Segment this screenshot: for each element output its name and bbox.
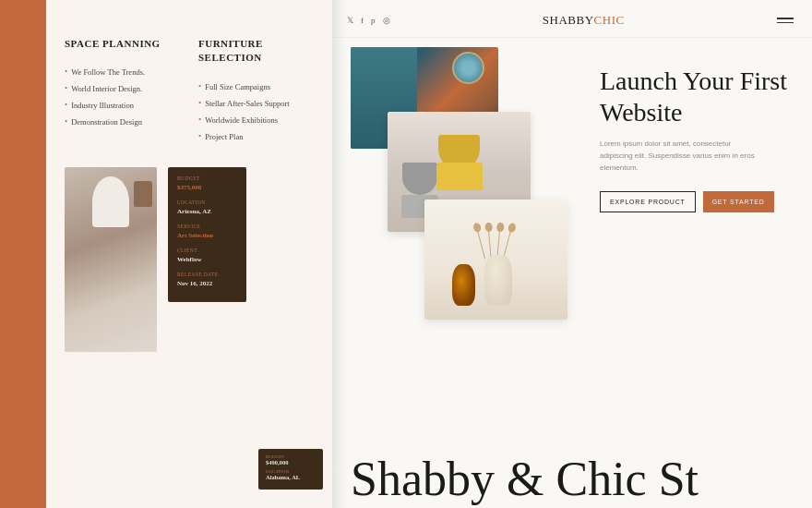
col-furniture-selection: Furniture Selection Full Size Campaigns … xyxy=(198,37,314,149)
interior-photo-tall xyxy=(65,167,157,352)
pinterest-icon[interactable]: p xyxy=(371,16,376,25)
round-mirror-decoration xyxy=(452,52,484,84)
location-value-2: Alabama, AL xyxy=(266,474,316,480)
list-item: World Interior Design. xyxy=(65,84,180,93)
top-navigation: 𝕏 f p ◎ SHABBYCHIC xyxy=(332,0,812,38)
bag-decoration xyxy=(134,181,152,207)
explore-product-button[interactable]: Explore Product xyxy=(600,191,696,212)
hamburger-menu-button[interactable] xyxy=(777,18,794,23)
plant-stem xyxy=(503,224,513,260)
list-item: Stellar After-Sales Support xyxy=(198,99,314,108)
social-icons-group: 𝕏 f p ◎ xyxy=(347,16,390,25)
furniture-list: Full Size Campaigns Stellar After-Sales … xyxy=(198,82,314,141)
list-item: Industry Illustration xyxy=(65,101,180,110)
twitter-icon[interactable]: 𝕏 xyxy=(347,16,353,25)
release-label: Release Date xyxy=(177,271,237,279)
vases-photo xyxy=(424,200,567,320)
brand-logo: SHABBYCHIC xyxy=(543,13,625,28)
plant-stem xyxy=(496,223,500,260)
chair-seat-yellow xyxy=(436,163,483,190)
dry-plants-decoration xyxy=(471,213,526,260)
hero-headline: Launch Your First Website xyxy=(600,66,794,127)
lower-content: Budget $375,000 Location Arizona, AZ Ser… xyxy=(65,167,314,352)
instagram-icon[interactable]: ◎ xyxy=(383,16,390,25)
hamburger-line-2 xyxy=(777,22,794,24)
hero-text-area: Launch Your First Website Lorem ipsum do… xyxy=(591,38,812,481)
service-value: Art Selection xyxy=(177,231,237,241)
photo-inner xyxy=(65,167,157,352)
client-value: Webflow xyxy=(177,255,237,265)
location-label: Location xyxy=(177,199,237,207)
project-info-card-2: Budget $490,000 Location Alabama, AL xyxy=(258,449,323,490)
bottom-brand-text: Shabby & Chic St xyxy=(332,455,812,508)
project-info-card: Budget $375,000 Location Arizona, AZ Ser… xyxy=(168,167,246,302)
hero-section: Launch Your First Website Lorem ipsum do… xyxy=(332,38,812,481)
list-item: Demonstration Design xyxy=(65,117,180,127)
col-space-planning: Space Planning We Follow The Trends. Wor… xyxy=(65,37,180,149)
get-started-button[interactable]: Get Started xyxy=(703,191,774,212)
budget-label: Budget xyxy=(177,175,237,183)
hamburger-line-1 xyxy=(777,18,794,19)
budget-value: $375,000 xyxy=(177,183,237,193)
list-item: Project Plan xyxy=(198,132,314,141)
amber-vase xyxy=(452,264,475,306)
facebook-icon[interactable]: f xyxy=(361,16,364,25)
client-label: Client xyxy=(177,247,237,255)
photo-collage xyxy=(332,38,591,481)
chair-back xyxy=(402,163,437,195)
menu-columns: Space Planning We Follow The Trends. Wor… xyxy=(65,37,314,149)
col-title-2: Furniture Selection xyxy=(198,37,314,66)
budget-value-2: $490,000 xyxy=(266,459,316,466)
brand-name-main: SHABBY xyxy=(543,13,594,27)
release-value: Nov 16, 2022 xyxy=(177,279,237,289)
col-title-1: Space Planning xyxy=(65,37,180,51)
hero-subtext: Lorem ipsum dolor sit amet, consectetur … xyxy=(600,139,766,174)
space-planning-list: We Follow The Trends. World Interior Des… xyxy=(65,67,180,127)
mirror-decoration xyxy=(92,176,129,227)
hero-buttons: Explore Product Get Started xyxy=(600,191,794,212)
list-item: Worldwide Exhibitions xyxy=(198,115,314,125)
list-item: We Follow The Trends. xyxy=(65,67,180,77)
right-document-panel: 𝕏 f p ◎ SHABBYCHIC xyxy=(332,0,812,508)
cream-vase xyxy=(484,255,512,306)
brand-name-accent: CHIC xyxy=(594,13,625,27)
plant-stem xyxy=(487,223,491,260)
plant-stem xyxy=(475,224,485,260)
left-document-panel: Space Planning We Follow The Trends. Wor… xyxy=(46,0,341,508)
list-item: Full Size Campaigns xyxy=(198,82,314,91)
location-value: Arizona, AZ xyxy=(177,207,237,217)
service-label: Service xyxy=(177,223,237,231)
left-accent-strip xyxy=(0,0,46,508)
